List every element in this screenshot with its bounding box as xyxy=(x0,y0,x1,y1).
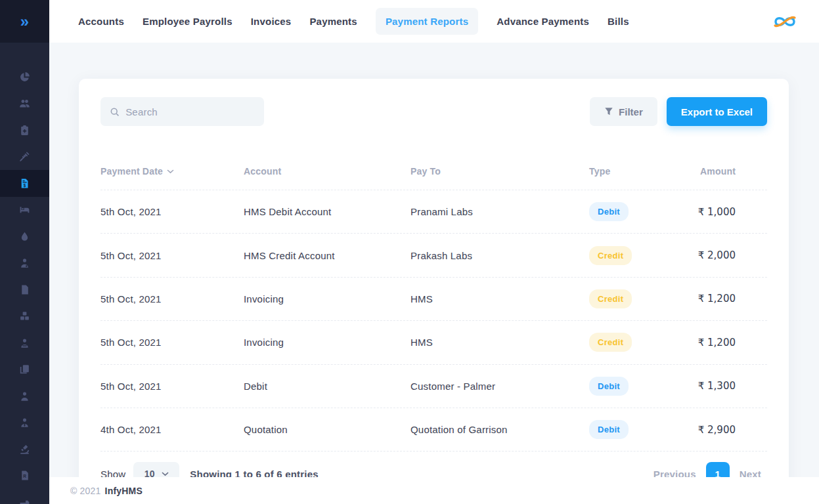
sidebar-item-medical[interactable] xyxy=(0,117,49,144)
cell-payment-date: 5th Oct, 2021 xyxy=(100,381,244,392)
cell-payment-date: 5th Oct, 2021 xyxy=(100,250,244,261)
ambulance-icon xyxy=(19,497,30,504)
sidebar-item-staff[interactable] xyxy=(0,383,49,410)
column-header-amount[interactable]: Amount xyxy=(663,166,767,177)
cell-payment-date: 4th Oct, 2021 xyxy=(100,424,244,435)
sidebar-item-pathology[interactable] xyxy=(0,436,49,463)
chevron-down-icon xyxy=(162,472,169,476)
sidebar-item-vaccination[interactable] xyxy=(0,144,49,171)
column-header-account[interactable]: Account xyxy=(244,166,410,177)
brand-logo[interactable] xyxy=(770,12,799,32)
cell-type: Credit xyxy=(589,333,663,352)
payments-table: Payment Date Account Pay To Type Amount … xyxy=(100,166,767,452)
nav-employee-payrolls[interactable]: Employee Payrolls xyxy=(143,16,232,27)
sidebar-item-accountants[interactable] xyxy=(0,410,49,436)
medical-clipboard-icon xyxy=(19,125,30,136)
sidebar-item-inventory[interactable] xyxy=(0,303,49,330)
footer-brand: InfyHMS xyxy=(105,486,143,496)
sidebar-item-ambulance[interactable] xyxy=(0,489,49,504)
table-row[interactable]: 4th Oct, 2021 Quotation Quotation of Gar… xyxy=(100,408,767,452)
sidebar-item-documents[interactable] xyxy=(0,276,49,303)
nav-invoices[interactable]: Invoices xyxy=(251,16,292,27)
nav-bills[interactable]: Bills xyxy=(608,16,629,27)
table-row[interactable]: 5th Oct, 2021 Invoicing HMS Credit ₹ 1,2… xyxy=(100,321,767,364)
cell-pay-to: Prakash Labs xyxy=(410,250,589,261)
type-badge: Credit xyxy=(589,289,632,308)
copyright-text: © 2021 xyxy=(70,486,101,496)
sidebar-item-patients[interactable] xyxy=(0,329,49,356)
table-row[interactable]: 5th Oct, 2021 HMS Debit Account Pranami … xyxy=(100,190,767,234)
cell-amount: ₹ 1,200 xyxy=(663,337,767,348)
svg-text:R: R xyxy=(23,474,26,479)
sidebar-menu: $ R xyxy=(0,43,49,504)
sidebar-item-bed-management[interactable] xyxy=(0,197,49,224)
accountant-icon xyxy=(19,417,30,428)
search-box[interactable] xyxy=(100,97,264,126)
table-row[interactable]: 5th Oct, 2021 Invoicing HMS Credit ₹ 1,2… xyxy=(100,278,767,321)
document-icon xyxy=(19,284,30,295)
cell-account: Invoicing xyxy=(244,337,410,348)
sidebar-item-blood-bank[interactable] xyxy=(0,223,49,250)
nav-accounts[interactable]: Accounts xyxy=(78,16,124,27)
cell-type: Credit xyxy=(589,289,663,308)
nav-payment-reports[interactable]: Payment Reports xyxy=(376,8,478,35)
sidebar-item-dashboard[interactable] xyxy=(0,64,49,91)
app-footer: © 2021 InfyHMS xyxy=(49,477,819,504)
cell-amount: ₹ 1,200 xyxy=(663,293,767,304)
cell-account: Debit xyxy=(244,381,410,392)
microscope-icon xyxy=(19,444,30,455)
doctor-icon xyxy=(19,257,30,268)
sidebar: » $ R xyxy=(0,0,49,504)
type-badge: Debit xyxy=(589,377,629,396)
module-nav: Accounts Employee Payrolls Invoices Paym… xyxy=(78,8,629,35)
cell-amount: ₹ 2,000 xyxy=(663,249,767,261)
filter-label: Filter xyxy=(619,106,643,117)
column-header-type[interactable]: Type xyxy=(589,166,663,177)
double-chevron-right-icon: » xyxy=(20,12,30,31)
nav-payments[interactable]: Payments xyxy=(309,16,357,27)
cell-pay-to: HMS xyxy=(410,337,589,348)
sidebar-item-case-files[interactable] xyxy=(0,356,49,383)
column-header-payment-date[interactable]: Payment Date xyxy=(100,166,244,177)
cell-payment-date: 5th Oct, 2021 xyxy=(100,206,244,217)
cell-type: Debit xyxy=(589,377,663,396)
column-header-pay-to[interactable]: Pay To xyxy=(410,166,589,177)
svg-text:$: $ xyxy=(24,182,26,188)
cell-pay-to: Quotation of Garrison xyxy=(410,424,589,435)
payment-reports-card: Filter Export to Excel Payment Date Acco… xyxy=(79,79,789,504)
sidebar-item-prescriptions[interactable]: R xyxy=(0,463,49,490)
cell-amount: ₹ 2,900 xyxy=(663,424,767,436)
table-row[interactable]: 5th Oct, 2021 Debit Customer - Palmer De… xyxy=(100,365,767,408)
funnel-icon xyxy=(604,107,613,116)
search-input[interactable] xyxy=(125,106,255,117)
prescription-icon: R xyxy=(19,470,30,481)
sort-chevron-icon xyxy=(167,169,174,174)
syringe-icon xyxy=(19,151,30,162)
filter-button[interactable]: Filter xyxy=(590,97,657,126)
cell-account: HMS Credit Account xyxy=(244,250,410,261)
users-icon xyxy=(19,98,30,109)
cell-payment-date: 5th Oct, 2021 xyxy=(100,337,244,348)
sidebar-item-doctors[interactable] xyxy=(0,250,49,277)
table-row[interactable]: 5th Oct, 2021 HMS Credit Account Prakash… xyxy=(100,234,767,277)
sidebar-item-users[interactable] xyxy=(0,91,49,117)
cell-account: HMS Debit Account xyxy=(244,206,410,217)
cell-type: Credit xyxy=(589,246,663,265)
cell-pay-to: Pranami Labs xyxy=(410,206,589,217)
cell-account: Invoicing xyxy=(244,293,410,304)
pie-chart-icon xyxy=(19,72,30,83)
sidebar-item-billing[interactable]: $ xyxy=(0,170,49,197)
top-navigation-bar: Accounts Employee Payrolls Invoices Paym… xyxy=(49,0,819,43)
toolbar: Filter Export to Excel xyxy=(100,97,767,126)
nav-advance-payments[interactable]: Advance Payments xyxy=(497,16,589,27)
table-header-row: Payment Date Account Pay To Type Amount xyxy=(100,166,767,190)
type-badge: Credit xyxy=(589,246,632,265)
export-to-excel-button[interactable]: Export to Excel xyxy=(667,97,767,126)
user-icon xyxy=(19,390,30,402)
cell-pay-to: HMS xyxy=(410,293,589,304)
case-files-icon xyxy=(19,364,30,375)
sidebar-toggle-button[interactable]: » xyxy=(0,0,49,43)
patient-icon xyxy=(19,337,30,348)
search-icon xyxy=(110,106,120,117)
cell-amount: ₹ 1,000 xyxy=(663,206,767,218)
